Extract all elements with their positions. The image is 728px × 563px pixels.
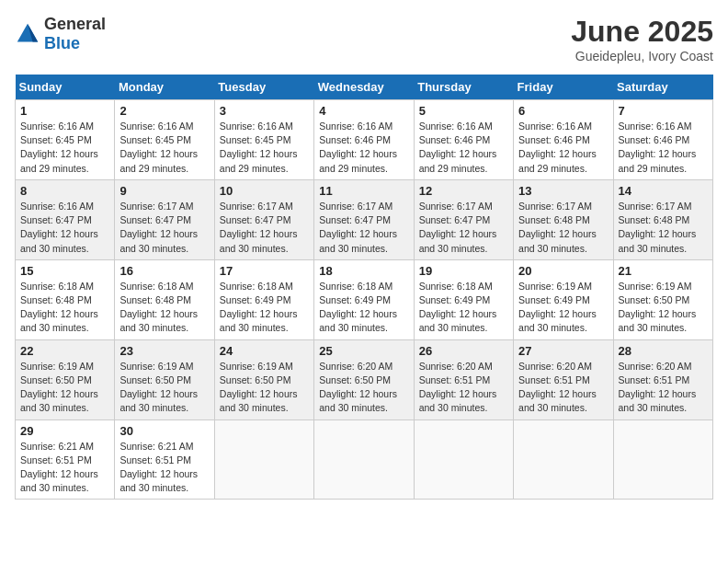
day-info: Sunrise: 6:17 AM Sunset: 6:48 PM Dayligh… [518, 200, 608, 256]
day-number: 11 [319, 184, 408, 198]
day-info: Sunrise: 6:20 AM Sunset: 6:51 PM Dayligh… [419, 360, 508, 416]
calendar-cell: 23 Sunrise: 6:19 AM Sunset: 6:50 PM Dayl… [115, 339, 214, 419]
calendar-cell: 22 Sunrise: 6:19 AM Sunset: 6:50 PM Dayl… [16, 339, 115, 419]
calendar-cell: 15 Sunrise: 6:18 AM Sunset: 6:48 PM Dayl… [16, 259, 115, 339]
calendar-cell: 2 Sunrise: 6:16 AM Sunset: 6:45 PM Dayli… [115, 100, 214, 180]
day-info: Sunrise: 6:16 AM Sunset: 6:47 PM Dayligh… [20, 200, 109, 256]
day-info: Sunrise: 6:16 AM Sunset: 6:45 PM Dayligh… [220, 120, 309, 176]
header: General Blue June 2025 Gueidepleu, Ivory… [15, 15, 713, 63]
title-area: June 2025 Gueidepleu, Ivory Coast [571, 15, 713, 63]
calendar-cell [214, 419, 313, 500]
day-info: Sunrise: 6:17 AM Sunset: 6:47 PM Dayligh… [319, 200, 408, 256]
logo-icon [15, 21, 40, 47]
logo-blue: Blue [44, 34, 80, 52]
day-number: 25 [319, 344, 408, 358]
weekday-header: Thursday [414, 75, 513, 100]
day-info: Sunrise: 6:17 AM Sunset: 6:47 PM Dayligh… [119, 200, 209, 256]
day-info: Sunrise: 6:20 AM Sunset: 6:51 PM Dayligh… [619, 360, 708, 416]
day-number: 7 [619, 104, 708, 118]
calendar-cell: 8 Sunrise: 6:16 AM Sunset: 6:47 PM Dayli… [16, 179, 115, 259]
day-info: Sunrise: 6:20 AM Sunset: 6:50 PM Dayligh… [319, 360, 408, 416]
day-info: Sunrise: 6:16 AM Sunset: 6:46 PM Dayligh… [619, 120, 708, 176]
weekday-header: Saturday [613, 75, 712, 100]
calendar-cell: 14 Sunrise: 6:17 AM Sunset: 6:48 PM Dayl… [613, 179, 712, 259]
calendar-cell: 1 Sunrise: 6:16 AM Sunset: 6:45 PM Dayli… [16, 100, 115, 180]
day-info: Sunrise: 6:18 AM Sunset: 6:48 PM Dayligh… [20, 280, 109, 336]
day-info: Sunrise: 6:16 AM Sunset: 6:46 PM Dayligh… [319, 120, 408, 176]
day-number: 13 [518, 184, 608, 198]
day-number: 18 [319, 264, 408, 278]
day-number: 16 [119, 264, 209, 278]
day-info: Sunrise: 6:20 AM Sunset: 6:51 PM Dayligh… [518, 360, 608, 416]
day-number: 2 [119, 104, 209, 118]
page-subtitle: Gueidepleu, Ivory Coast [571, 49, 713, 63]
calendar-week-row: 1 Sunrise: 6:16 AM Sunset: 6:45 PM Dayli… [16, 100, 713, 180]
day-number: 28 [619, 344, 708, 358]
day-number: 12 [419, 184, 508, 198]
calendar-cell: 19 Sunrise: 6:18 AM Sunset: 6:49 PM Dayl… [414, 259, 513, 339]
day-info: Sunrise: 6:19 AM Sunset: 6:50 PM Dayligh… [20, 360, 109, 416]
day-number: 4 [319, 104, 408, 118]
day-info: Sunrise: 6:17 AM Sunset: 6:47 PM Dayligh… [220, 200, 309, 256]
day-info: Sunrise: 6:16 AM Sunset: 6:46 PM Dayligh… [518, 120, 608, 176]
calendar-cell: 20 Sunrise: 6:19 AM Sunset: 6:49 PM Dayl… [514, 259, 613, 339]
calendar-cell: 11 Sunrise: 6:17 AM Sunset: 6:47 PM Dayl… [314, 179, 414, 259]
day-info: Sunrise: 6:19 AM Sunset: 6:50 PM Dayligh… [220, 360, 309, 416]
day-number: 21 [619, 264, 708, 278]
calendar-cell [514, 419, 613, 500]
day-number: 1 [20, 104, 109, 118]
day-info: Sunrise: 6:16 AM Sunset: 6:45 PM Dayligh… [119, 120, 209, 176]
calendar-cell [414, 419, 513, 500]
calendar-cell: 28 Sunrise: 6:20 AM Sunset: 6:51 PM Dayl… [613, 339, 712, 419]
calendar-week-row: 22 Sunrise: 6:19 AM Sunset: 6:50 PM Dayl… [16, 339, 713, 419]
day-number: 14 [619, 184, 708, 198]
day-number: 6 [518, 104, 608, 118]
day-number: 23 [119, 344, 209, 358]
logo: General Blue [15, 15, 106, 53]
calendar-cell: 13 Sunrise: 6:17 AM Sunset: 6:48 PM Dayl… [514, 179, 613, 259]
day-number: 24 [220, 344, 309, 358]
day-info: Sunrise: 6:16 AM Sunset: 6:46 PM Dayligh… [419, 120, 508, 176]
calendar-cell: 6 Sunrise: 6:16 AM Sunset: 6:46 PM Dayli… [514, 100, 613, 180]
calendar-cell: 9 Sunrise: 6:17 AM Sunset: 6:47 PM Dayli… [115, 179, 214, 259]
calendar-week-row: 8 Sunrise: 6:16 AM Sunset: 6:47 PM Dayli… [16, 179, 713, 259]
calendar-cell: 30 Sunrise: 6:21 AM Sunset: 6:51 PM Dayl… [115, 419, 214, 500]
weekday-header: Wednesday [314, 75, 414, 100]
calendar-cell: 4 Sunrise: 6:16 AM Sunset: 6:46 PM Dayli… [314, 100, 414, 180]
day-number: 26 [419, 344, 508, 358]
calendar-week-row: 29 Sunrise: 6:21 AM Sunset: 6:51 PM Dayl… [16, 419, 713, 500]
day-number: 9 [119, 184, 209, 198]
day-info: Sunrise: 6:19 AM Sunset: 6:50 PM Dayligh… [619, 280, 708, 336]
day-info: Sunrise: 6:16 AM Sunset: 6:45 PM Dayligh… [20, 120, 109, 176]
day-info: Sunrise: 6:19 AM Sunset: 6:50 PM Dayligh… [119, 360, 209, 416]
calendar-cell: 10 Sunrise: 6:17 AM Sunset: 6:47 PM Dayl… [214, 179, 313, 259]
day-number: 27 [518, 344, 608, 358]
day-info: Sunrise: 6:18 AM Sunset: 6:48 PM Dayligh… [119, 280, 209, 336]
calendar-cell: 27 Sunrise: 6:20 AM Sunset: 6:51 PM Dayl… [514, 339, 613, 419]
day-info: Sunrise: 6:21 AM Sunset: 6:51 PM Dayligh… [20, 440, 109, 496]
day-info: Sunrise: 6:18 AM Sunset: 6:49 PM Dayligh… [319, 280, 408, 336]
day-info: Sunrise: 6:18 AM Sunset: 6:49 PM Dayligh… [419, 280, 508, 336]
day-number: 15 [20, 264, 109, 278]
day-info: Sunrise: 6:21 AM Sunset: 6:51 PM Dayligh… [119, 440, 209, 496]
day-number: 17 [220, 264, 309, 278]
calendar-cell: 26 Sunrise: 6:20 AM Sunset: 6:51 PM Dayl… [414, 339, 513, 419]
day-number: 3 [220, 104, 309, 118]
calendar-cell: 7 Sunrise: 6:16 AM Sunset: 6:46 PM Dayli… [613, 100, 712, 180]
day-number: 22 [20, 344, 109, 358]
day-number: 5 [419, 104, 508, 118]
weekday-header-row: SundayMondayTuesdayWednesdayThursdayFrid… [16, 75, 713, 100]
day-info: Sunrise: 6:19 AM Sunset: 6:49 PM Dayligh… [518, 280, 608, 336]
weekday-header: Monday [115, 75, 214, 100]
day-number: 30 [119, 424, 209, 438]
calendar-cell: 25 Sunrise: 6:20 AM Sunset: 6:50 PM Dayl… [314, 339, 414, 419]
day-number: 8 [20, 184, 109, 198]
calendar-table: SundayMondayTuesdayWednesdayThursdayFrid… [15, 75, 713, 500]
day-number: 29 [20, 424, 109, 438]
page-title: June 2025 [571, 15, 713, 49]
day-info: Sunrise: 6:17 AM Sunset: 6:47 PM Dayligh… [419, 200, 508, 256]
day-number: 20 [518, 264, 608, 278]
calendar-cell: 17 Sunrise: 6:18 AM Sunset: 6:49 PM Dayl… [214, 259, 313, 339]
calendar-cell [314, 419, 414, 500]
calendar-cell: 5 Sunrise: 6:16 AM Sunset: 6:46 PM Dayli… [414, 100, 513, 180]
